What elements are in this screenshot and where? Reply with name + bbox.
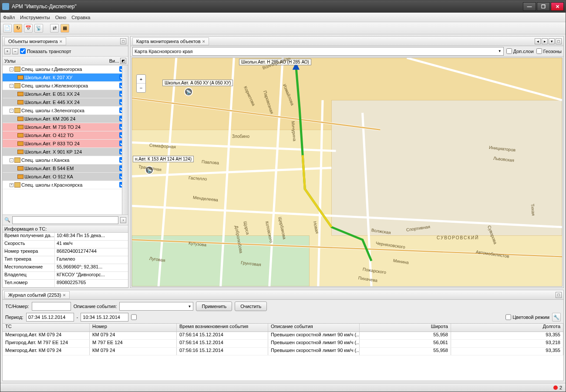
bus-icon (17, 141, 24, 146)
search-input[interactable] (12, 216, 118, 224)
bus-icon (17, 117, 24, 121)
objects-panel: Объекты мониторинга × □ + − Показать тра… (2, 36, 128, 288)
app-window: АРМ "Импульс-Диспетчер" — ❐ ✕ Файл Инстр… (0, 0, 566, 392)
events-settings-button[interactable]: 🔧 (552, 313, 561, 322)
expander-icon[interactable]: - (10, 67, 13, 71)
event-row[interactable]: Пригород.Авт. М 797 ЕЕ 124М 797 ЕЕ 12407… (3, 340, 563, 348)
search-go-button[interactable]: › (120, 217, 126, 223)
zoom-in-button[interactable]: + (137, 75, 145, 84)
map-max-button[interactable]: □ (556, 38, 562, 44)
tree-row[interactable]: Школьн.Авт. К 207 ХУ (3, 74, 128, 82)
tree-row[interactable]: Школьн.Авт. КМ 206 24 (3, 115, 128, 123)
collapse-all-button[interactable]: − (12, 48, 18, 54)
tree-row[interactable]: +Спец. школы г.Красноярска (3, 181, 128, 189)
show-transport-checkbox[interactable]: Показать транспорт (20, 48, 71, 54)
event-row[interactable]: Межгород.Авт. КМ 079 24КМ 079 2407:56:16… (3, 348, 563, 355)
menu-file[interactable]: Файл (3, 15, 15, 20)
map-menu-button[interactable]: ▾ (549, 38, 555, 44)
zoom-out-button[interactable]: − (137, 84, 145, 92)
map-marker-icon[interactable]: 📡 (184, 87, 193, 96)
panel-max-button[interactable]: □ (120, 38, 126, 44)
status-count: 2 (559, 385, 562, 390)
expander-icon[interactable]: - (10, 158, 13, 162)
chevron-down-icon: ▼ (188, 305, 192, 308)
folder-icon (14, 67, 20, 72)
col-num[interactable]: Номер (90, 324, 177, 332)
menu-window[interactable]: Окно (55, 15, 67, 20)
apply-button[interactable]: Применить (196, 302, 232, 311)
tree-row[interactable]: Школьн.Авт. Х 901 КР 124 (3, 148, 128, 156)
events-table-body[interactable]: Межгород.Авт. КМ 079 24КМ 079 2407:56:14… (3, 332, 563, 381)
map-nav-right-button[interactable]: ▸ (542, 38, 548, 44)
col-nodes[interactable]: Узлы (4, 58, 108, 64)
layers-checkbox[interactable]: Доп.слои (506, 48, 534, 54)
info-row: Местоположение55,966960°; 92,381... (3, 264, 128, 272)
map-view[interactable]: + − Школьн.Авт. Н 285 АО (Н 285 АО) Школ… (131, 57, 563, 287)
tree-row[interactable]: -Спец. школы г.Дивногорска (3, 65, 128, 74)
info-row: ВладелецКГКСОУ "Дивногорс... (3, 272, 128, 280)
col-lat[interactable]: Широта (360, 324, 451, 332)
filter-desc-combo[interactable]: ▼ (119, 302, 193, 311)
folder-icon (14, 108, 20, 113)
titlebar[interactable]: АРМ "Импульс-Диспетчер" — ❐ ✕ (0, 0, 566, 13)
tree-row[interactable]: -Спец. школы г.Канска (3, 156, 128, 164)
period-from-input[interactable] (26, 313, 74, 322)
map-tab-label: Карта мониторинга объектов (136, 39, 201, 44)
map-tab[interactable]: Карта мониторинга объектов × (132, 37, 209, 45)
tree-row[interactable]: Школьн.Авт. М 716 ТО 24 (3, 123, 128, 131)
toolbar-btn-route[interactable]: ⇄ (50, 24, 59, 33)
objects-tree[interactable]: -Спец. школы г.ДивногорскаШкольн.Авт. К … (3, 65, 128, 214)
events-max-button[interactable]: □ (556, 292, 562, 298)
col-desc[interactable]: Описание события (268, 324, 360, 332)
bus-icon (17, 100, 24, 104)
tree-row[interactable]: Школьн.Авт. О 412 ТО (3, 131, 128, 140)
clear-button[interactable]: Очистить (235, 302, 267, 311)
toolbar-btn-refresh[interactable]: ↻ (13, 24, 22, 33)
tree-row[interactable]: Школьн.Авт. Р 833 ТО 24 (3, 140, 128, 148)
toolbar-btn-layers[interactable]: ▦ (61, 24, 69, 33)
menu-tools[interactable]: Инструменты (20, 15, 50, 20)
filter-ts-input[interactable] (32, 302, 71, 311)
geozones-checkbox[interactable]: Геозоны (536, 48, 562, 54)
events-tab[interactable]: Журнал событий (2253) × (4, 291, 70, 299)
toolbar-btn-calendar[interactable]: 📅 (24, 24, 33, 33)
expander-icon[interactable]: + (10, 183, 13, 187)
tree-row[interactable]: Школьн.Авт. О 912 КА (3, 173, 128, 181)
map-nav-left-button[interactable]: ◂ (535, 38, 541, 44)
info-row: Номер трекера868204001274744 (3, 248, 128, 256)
menu-help[interactable]: Справка (71, 15, 90, 20)
event-row[interactable]: Межгород.Авт. КМ 079 24КМ 079 2407:56:14… (3, 332, 563, 340)
toolbar-btn-antenna[interactable]: 📡 (34, 24, 43, 33)
tree-row[interactable]: -Спец. школы г.Железногорска (3, 82, 128, 90)
objects-tab-close-icon[interactable]: × (60, 39, 62, 44)
map-tab-close-icon[interactable]: × (202, 39, 205, 44)
expand-all-button[interactable]: + (4, 48, 10, 54)
col-visibility[interactable]: Ви... (108, 58, 120, 64)
expander-icon[interactable]: - (10, 109, 13, 113)
period-to-input[interactable] (81, 313, 128, 322)
map-select-combo[interactable]: Карта Красноярского края ▼ (132, 47, 504, 56)
chevron-down-icon: ▼ (498, 49, 502, 53)
tree-header: Узлы Ви... ◩ (3, 57, 128, 65)
objects-tab[interactable]: Объекты мониторинга × (4, 37, 66, 45)
expander-icon[interactable]: - (10, 84, 13, 88)
minimize-button[interactable]: — (523, 2, 536, 11)
maximize-button[interactable]: ❐ (537, 2, 550, 11)
period-lock-checkbox[interactable] (131, 313, 137, 322)
bus-icon (17, 174, 24, 179)
col-ts[interactable]: ТС (3, 324, 90, 332)
col-time[interactable]: Время возникновения события (177, 324, 268, 332)
close-button[interactable]: ✕ (551, 2, 564, 11)
tree-row[interactable]: -Спец. школы г.Зеленогорска (3, 107, 128, 115)
tree-row[interactable]: Школьн.Авт. Е 051 ХХ 24 (3, 90, 128, 98)
tree-config-button[interactable]: ◩ (120, 58, 126, 64)
tree-scrollbar[interactable] (122, 65, 128, 214)
events-tab-close-icon[interactable]: × (63, 292, 65, 298)
map-select-value: Карта Красноярского края (135, 49, 192, 54)
tree-row[interactable]: Школьн.Авт. Е 445 ХХ 24 (3, 98, 128, 107)
search-icon: 🔍 (4, 217, 10, 223)
color-mode-checkbox[interactable]: Цветовой режим (505, 313, 549, 322)
toolbar-btn-1[interactable]: 📄 (3, 24, 12, 33)
col-lon[interactable]: Долгота (451, 324, 563, 332)
tree-row[interactable]: Школьн.Авт. В 544 ЕМ (3, 164, 128, 173)
